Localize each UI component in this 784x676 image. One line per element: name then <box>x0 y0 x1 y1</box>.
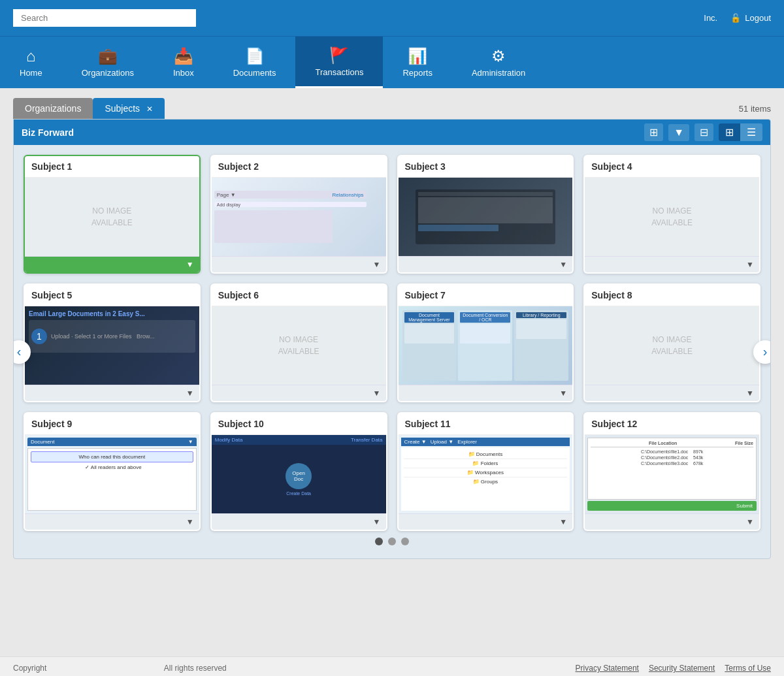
subject-3-arrow-icon: ▼ <box>559 260 567 269</box>
subject-card-11[interactable]: Subject 11 Create ▼Upload ▼Explorer 📁 Do… <box>397 412 574 531</box>
subject-3-footer: ▼ <box>399 256 573 272</box>
subject-8-title: Subject 8 <box>585 285 759 306</box>
subject-7-image: Document Management Server Document Conv… <box>399 306 573 385</box>
sort-button[interactable]: ⊞ <box>644 123 663 141</box>
pagination-dot-2[interactable] <box>388 538 396 545</box>
footer-links: Privacy Statement Security Statement Ter… <box>576 664 771 673</box>
subject-5-footer: ▼ <box>25 385 199 401</box>
subject-6-title: Subject 6 <box>212 285 386 306</box>
privacy-link[interactable]: Privacy Statement <box>576 664 639 673</box>
subject-8-image: NO IMAGEAVAILABLE <box>585 306 759 385</box>
filter-button[interactable]: ▼ <box>668 124 689 141</box>
subject-card-3[interactable]: Subject 3 ▼ <box>397 155 574 274</box>
nav-label-documents: Documents <box>233 68 276 78</box>
subject-7-title: Subject 7 <box>399 285 573 306</box>
search-input[interactable] <box>13 9 196 27</box>
inbox-icon: 📥 <box>174 47 193 65</box>
tabs-container: Organizations Subjects ✕ <box>13 98 165 119</box>
subject-3-image <box>399 178 573 256</box>
nav-item-transactions[interactable]: 🚩 Transactions <box>295 37 383 88</box>
pagination-dot-3[interactable] <box>401 538 409 545</box>
security-link[interactable]: Security Statement <box>649 664 715 673</box>
pagination-dot-1[interactable] <box>375 538 383 545</box>
subject-3-title: Subject 3 <box>399 156 573 178</box>
subject-9-title: Subject 9 <box>25 413 199 435</box>
subject-6-image: NO IMAGEAVAILABLE <box>212 306 386 385</box>
subject-11-image: Create ▼Upload ▼Explorer 📁 Documents 📁 F… <box>399 435 573 513</box>
list-view-button[interactable]: ☰ <box>740 123 762 141</box>
subject-10-arrow-icon: ▼ <box>373 517 381 526</box>
navigation-bar: ⌂ Home 💼 Organizations 📥 Inbox 📄 Documen… <box>0 36 784 88</box>
nav-item-home[interactable]: ⌂ Home <box>0 37 62 88</box>
subject-4-no-image: NO IMAGEAVAILABLE <box>651 205 693 229</box>
nav-label-administration: Administration <box>472 68 525 78</box>
subject-4-image: NO IMAGEAVAILABLE <box>585 178 759 256</box>
tag-button[interactable]: ⊟ <box>694 123 713 141</box>
nav-item-documents[interactable]: 📄 Documents <box>214 37 296 88</box>
subject-9-footer: ▼ <box>25 513 199 530</box>
nav-label-inbox: Inbox <box>173 68 194 78</box>
main-content: Organizations Subjects ✕ 51 items Biz Fo… <box>0 88 784 656</box>
subjects-panel: Biz Forward ⊞ ▼ ⊟ ⊞ ☰ ‹ › Subject 1 NO I… <box>13 119 771 559</box>
subject-7-arrow-icon: ▼ <box>559 389 567 398</box>
subject-card-4[interactable]: Subject 4 NO IMAGEAVAILABLE ▼ <box>583 155 760 274</box>
subject-card-8[interactable]: Subject 8 NO IMAGEAVAILABLE ▼ <box>583 283 760 402</box>
subject-1-no-image: NO IMAGEAVAILABLE <box>91 205 133 229</box>
organizations-icon: 💼 <box>98 47 118 65</box>
subject-card-5[interactable]: Subject 5 Email Large Documents in 2 Eas… <box>24 283 201 402</box>
subject-4-arrow-icon: ▼ <box>746 260 754 269</box>
tab-organizations[interactable]: Organizations <box>13 98 93 119</box>
toolbar-right: ⊞ ▼ ⊟ ⊞ ☰ <box>644 123 762 141</box>
page-footer: Copyright All rights reserved Privacy St… <box>0 656 784 676</box>
nav-item-inbox[interactable]: 📥 Inbox <box>154 37 214 88</box>
subject-4-footer: ▼ <box>585 256 759 272</box>
subject-5-arrow-icon: ▼ <box>186 389 194 398</box>
rights-text: All rights reserved <box>164 664 227 673</box>
company-name: Inc. <box>704 13 717 23</box>
subject-9-image: Document▼ Who can read this document ✓ A… <box>25 435 199 513</box>
subjects-grid: Subject 1 NO IMAGEAVAILABLE ▼ Subject 2 <box>24 155 760 531</box>
pagination-dots <box>24 531 760 549</box>
logout-label: Logout <box>745 13 771 23</box>
top-bar: Inc. 🔓 Logout <box>0 0 784 36</box>
nav-label-transactions: Transactions <box>315 67 363 77</box>
subject-1-title: Subject 1 <box>25 156 199 178</box>
nav-label-reports: Reports <box>402 68 433 78</box>
subject-12-image: File LocationFile Size C:\Documents\file… <box>585 435 759 513</box>
administration-icon: ⚙ <box>491 47 506 65</box>
logout-button[interactable]: 🔓 Logout <box>730 13 771 23</box>
subject-card-10[interactable]: Subject 10 Modify DataTransfer Data Open… <box>210 412 387 531</box>
subject-11-footer: ▼ <box>399 513 573 530</box>
subject-1-footer: ▼ <box>25 256 199 272</box>
grid-area: ‹ › Subject 1 NO IMAGEAVAILABLE ▼ Subjec… <box>14 145 770 558</box>
subject-card-7[interactable]: Subject 7 Document Management Server Doc… <box>397 283 574 402</box>
tab-organizations-label: Organizations <box>25 103 81 114</box>
grid-view-button[interactable]: ⊞ <box>719 123 740 141</box>
tab-close-icon[interactable]: ✕ <box>146 105 153 114</box>
footer-left: Copyright All rights reserved <box>13 664 227 673</box>
subject-card-1[interactable]: Subject 1 NO IMAGEAVAILABLE ▼ <box>24 155 201 274</box>
subject-card-9[interactable]: Subject 9 Document▼ Who can read this do… <box>24 412 201 531</box>
copyright-text: Copyright <box>13 664 46 673</box>
subject-11-arrow-icon: ▼ <box>559 517 567 526</box>
tabs-row: Organizations Subjects ✕ 51 items <box>13 98 771 119</box>
subject-card-6[interactable]: Subject 6 NO IMAGEAVAILABLE ▼ <box>210 283 387 402</box>
subject-card-12[interactable]: Subject 12 File LocationFile Size C:\Doc… <box>583 412 760 531</box>
subject-1-image: NO IMAGEAVAILABLE <box>25 178 199 256</box>
subject-5-image: Email Large Documents in 2 Easy S... 1 U… <box>25 306 199 385</box>
documents-icon: 📄 <box>245 47 265 65</box>
subject-11-title: Subject 11 <box>399 413 573 435</box>
terms-link[interactable]: Terms of Use <box>725 664 771 673</box>
subject-9-arrow-icon: ▼ <box>186 517 194 526</box>
tab-subjects[interactable]: Subjects ✕ <box>93 98 165 119</box>
subject-8-footer: ▼ <box>585 385 759 401</box>
subject-1-arrow-icon: ▼ <box>186 260 194 269</box>
subject-12-title: Subject 12 <box>585 413 759 435</box>
nav-item-administration[interactable]: ⚙ Administration <box>452 37 545 88</box>
subject-2-arrow-icon: ▼ <box>373 260 381 269</box>
nav-item-organizations[interactable]: 💼 Organizations <box>62 37 154 88</box>
nav-item-reports[interactable]: 📊 Reports <box>383 37 452 88</box>
subject-8-arrow-icon: ▼ <box>746 389 754 398</box>
subject-card-2[interactable]: Subject 2 Page ▼ Relationships Add displ… <box>210 155 387 274</box>
subject-12-footer: ▼ <box>585 513 759 530</box>
